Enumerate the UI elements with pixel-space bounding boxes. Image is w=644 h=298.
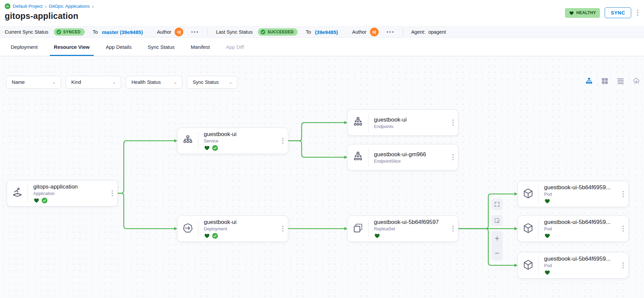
node-kind: Pod [544,263,618,268]
tab-bar: Deployment Resource View App Details Syn… [0,38,644,56]
tab-sync-status[interactable]: Sync Status [140,38,183,56]
filter-bar: Name⌄ Kind⌄ Health Status⌄ Sync Status⌄ [6,76,237,89]
zoom-in-icon[interactable]: + [491,231,503,246]
node-title: guestbook-ui-gm966 [374,151,448,158]
edge-service-endpointslice [288,141,345,157]
header-kebab-menu-icon[interactable] [636,8,639,17]
filter-dropdown-name[interactable]: Name⌄ [6,76,61,89]
resource-node-svc[interactable]: guestbook-ui Service [177,128,288,154]
agent-group: Agent: opagent [411,29,446,35]
ellipsis-menu-icon[interactable] [385,30,395,34]
deployment-icon [182,222,194,235]
divider [403,29,403,35]
node-kind: Service [204,138,278,144]
pod-icon [522,222,534,235]
node-kebab-menu-icon[interactable] [618,181,628,207]
last-sync-status-label: Last Sync Status [216,29,253,35]
breadcrumb-link-project[interactable]: Default Project [13,4,43,9]
top-header: ∞ Default Project › GitOps: Applications… [0,0,644,26]
fullscreen-icon[interactable] [491,199,503,210]
edge-app-service [118,141,175,193]
last-sync-target-link[interactable]: (39e9485) [315,29,338,35]
breadcrumb-chevron-icon: › [45,4,47,9]
chevron-down-icon: ⌄ [174,80,177,84]
node-kind: ReplicaSet [374,226,448,232]
status-bar: Current Sync Status SYNCED To master (39… [0,26,644,38]
node-statuses [204,233,278,239]
author-label: Author [157,29,172,35]
filter-dropdown-kind[interactable]: Kind⌄ [66,76,121,89]
node-kebab-menu-icon[interactable] [107,180,117,206]
view-toggle-group [584,76,641,85]
grid-view-icon[interactable] [600,76,609,85]
node-kebab-menu-icon[interactable] [448,110,458,135]
resource-node-rs[interactable]: guestbook-ui-5b64f69597 ReplicaSet [347,216,458,242]
node-title: guestbook-ui [374,116,448,123]
node-title: guestbook-ui-5b64f6959... [544,219,618,226]
resource-node-app[interactable]: gitops-application Application [7,180,118,206]
tab-manifest[interactable]: Manifest [183,38,218,56]
node-title: guestbook-ui-5b64f6959... [544,184,618,191]
node-kebab-menu-icon[interactable] [448,144,458,170]
resource-node-deploy[interactable]: guestbook-ui Deployment [177,216,288,242]
node-kebab-menu-icon[interactable] [448,216,458,241]
node-kebab-menu-icon[interactable] [618,216,628,241]
node-kind: Pod [544,192,618,197]
filter-dropdown-sync-status[interactable]: Sync Status⌄ [187,76,237,89]
endpointslice-icon [352,151,364,164]
resource-node-pod3[interactable]: guestbook-ui-5b64f6959... Pod [518,252,629,278]
marquee-select-icon[interactable] [491,215,503,226]
author-label: Author [352,29,367,35]
ellipsis-menu-icon[interactable] [190,30,199,34]
healthy-heart-icon [544,233,551,239]
tree-view-icon[interactable] [584,76,593,85]
healthy-heart-icon [544,269,551,275]
agent-label: Agent: [411,29,425,35]
author-avatar: o( [370,28,379,36]
node-kebab-menu-icon[interactable] [278,216,288,241]
health-badge-label: HEALTHY [576,10,596,15]
breadcrumb: ∞ Default Project › GitOps: Applications… [5,3,638,9]
agent-value: opagent [428,29,446,35]
sync-button[interactable]: SYNC [605,7,631,18]
synced-check-icon [212,233,218,239]
last-sync-status-group: Last Sync Status SUCCEEDED To (39e9485) … [216,28,394,36]
resource-graph-canvas[interactable]: Name⌄ Kind⌄ Health Status⌄ Sync Status⌄ … [0,56,644,298]
service-icon [182,134,194,147]
node-kind: Pod [544,226,618,232]
author-avatar: o( [175,28,183,36]
healthy-heart-icon [204,233,210,239]
check-circle-icon [56,30,61,34]
filter-dropdown-health-status[interactable]: Health Status⌄ [126,76,182,89]
node-kebab-menu-icon[interactable] [618,253,628,278]
tab-deployment[interactable]: Deployment [3,38,46,56]
resource-node-eps[interactable]: guestbook-ui-gm966 EndpointSlice [347,144,458,170]
heart-icon [569,10,574,15]
resource-node-pod1[interactable]: guestbook-ui-5b64f6959... Pod [518,181,629,207]
resource-node-pod2[interactable]: guestbook-ui-5b64f6959... Pod [518,216,629,242]
tab-resource-view[interactable]: Resource View [46,38,98,56]
to-label: To [93,29,98,35]
breadcrumb-link-gitops-applications[interactable]: GitOps: Applications [49,4,90,9]
list-view-icon[interactable] [616,76,625,85]
node-kebab-menu-icon[interactable] [278,128,288,154]
node-title: guestbook-ui [204,131,278,138]
chevron-down-icon: ⌄ [52,80,56,84]
succeeded-badge: SUCCEEDED [258,28,298,36]
resource-node-ep[interactable]: guestbook-ui Endpoints [347,109,458,136]
breadcrumb-chevron-icon: › [92,4,94,9]
tab-app-details[interactable]: App Details [98,38,140,56]
health-status-badge: HEALTHY [565,8,600,18]
node-kind: Application [33,191,107,196]
node-statuses [544,269,618,275]
zoom-out-icon[interactable]: − [491,246,503,261]
synced-check-icon [212,145,218,151]
replicaset-icon [352,222,364,235]
current-sync-status-group: Current Sync Status SYNCED To master (39… [5,28,199,36]
cloud-view-icon[interactable] [632,76,641,85]
page-title: gitops-application [5,11,638,21]
zoom-control-group: + − [491,231,503,261]
healthy-heart-icon [374,233,380,239]
current-sync-target-link[interactable]: master (39e9485) [102,29,143,35]
check-circle-icon [261,30,265,34]
